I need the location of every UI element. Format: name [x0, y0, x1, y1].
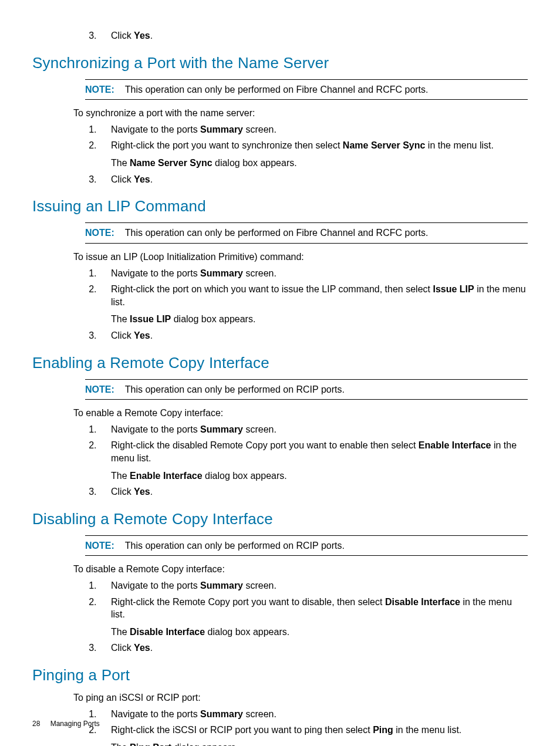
intro-text: To enable a Remote Copy interface: — [73, 407, 528, 420]
list-item: Navigate to the ports Summary screen. — [99, 579, 528, 592]
note-label: NOTE: — [85, 85, 125, 94]
list-item: Right-click the Remote Copy port you wan… — [99, 596, 528, 639]
list-item: Navigate to the ports Summary screen. — [99, 423, 528, 436]
sub-text: The Issue LIP dialog box appears. — [111, 313, 528, 326]
sub-text: The Name Server Sync dialog box appears. — [111, 157, 528, 170]
intro-text: To disable a Remote Copy interface: — [73, 563, 528, 576]
heading-enable-rc: Enabling a Remote Copy Interface — [32, 353, 528, 373]
list-item: Right-click the iSCSI or RCIP port you w… — [99, 724, 528, 746]
note-label: NOTE: — [85, 228, 125, 238]
heading-disable-rc: Disabling a Remote Copy Interface — [32, 509, 528, 529]
list-item: Right-click the port on which you want t… — [99, 283, 528, 326]
steps-list: Navigate to the ports Summary screen. Ri… — [73, 423, 528, 498]
note-text: This operation can only be performed on … — [125, 228, 429, 238]
sub-text: The Enable Interface dialog box appears. — [111, 470, 528, 482]
page-footer: 28 Managing Ports — [32, 719, 100, 728]
list-item: Navigate to the ports Summary screen. — [99, 123, 528, 136]
list-item: Right-click the port you want to synchro… — [99, 139, 528, 169]
list-item: Click Yes. — [99, 642, 528, 654]
heading-sync-port: Synchronizing a Port with the Name Serve… — [32, 53, 528, 73]
note-text: This operation can only be performed on … — [125, 541, 345, 551]
intro-text: To synchronize a port with the name serv… — [73, 107, 528, 120]
intro-text: To issue an LIP (Loop Initialization Pri… — [73, 251, 528, 264]
note-block: NOTE:This operation can only be performe… — [85, 535, 528, 556]
sub-text: The Ping Port dialog appears. — [111, 741, 528, 746]
note-label: NOTE: — [85, 541, 125, 551]
list-item: Navigate to the ports Summary screen. — [99, 267, 528, 280]
heading-pinging-port: Pinging a Port — [32, 665, 528, 686]
page-number: 28 — [32, 720, 40, 728]
bold: Yes — [134, 31, 150, 40]
list-item: Click Yes. — [99, 29, 528, 42]
note-label: NOTE: — [85, 384, 125, 394]
note-block: NOTE:This operation can only be performe… — [85, 379, 528, 400]
list-item: Click Yes. — [99, 329, 528, 342]
footer-title: Managing Ports — [50, 720, 100, 728]
note-text: This operation can only be performed on … — [125, 85, 429, 94]
list-item: Right-click the disabled Remote Copy por… — [99, 439, 528, 482]
steps-list: Navigate to the ports Summary screen. Ri… — [73, 579, 528, 654]
step-text: . — [150, 31, 153, 40]
list-item: Click Yes. — [99, 173, 528, 186]
note-text: This operation can only be performed on … — [125, 384, 345, 394]
note-block: NOTE:This operation can only be performe… — [85, 222, 528, 244]
steps-list: Navigate to the ports Summary screen. Ri… — [73, 267, 528, 342]
orphan-step-list: Click Yes. — [73, 29, 528, 42]
list-item: Navigate to the ports Summary screen. — [99, 708, 528, 721]
intro-text: To ping an iSCSI or RCIP port: — [73, 691, 528, 704]
heading-lip-command: Issuing an LIP Command — [32, 196, 528, 217]
step-text: Click — [111, 31, 134, 40]
list-item: Click Yes. — [99, 485, 528, 498]
sub-text: The Disable Interface dialog box appears… — [111, 626, 528, 639]
note-block: NOTE:This operation can only be performe… — [85, 79, 528, 100]
steps-list: Navigate to the ports Summary screen. Ri… — [73, 123, 528, 185]
steps-list: Navigate to the ports Summary screen. Ri… — [73, 708, 528, 746]
